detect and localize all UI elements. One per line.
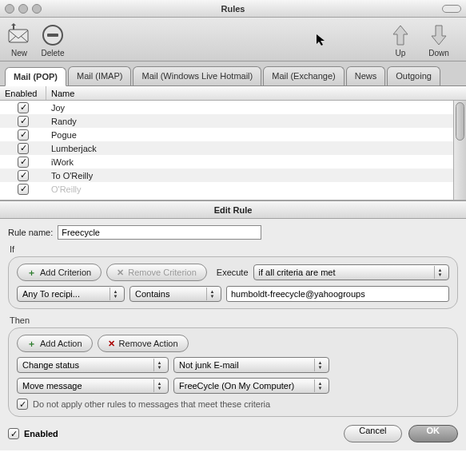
execute-label: Execute [217, 268, 249, 277]
svg-rect-3 [47, 34, 58, 37]
edit-rule-dialog: Edit Rule Rule name: If ＋ Add Criterion … [0, 200, 466, 450]
tab-mail-hotmail[interactable]: Mail (Windows Live Hotmail) [133, 66, 261, 85]
remove-criterion-label: Remove Criterion [128, 268, 197, 277]
titlebar: Rules [0, 0, 466, 18]
action-verb-select[interactable]: Move message▲▼ [17, 378, 169, 394]
cancel-button[interactable]: Cancel [344, 425, 401, 442]
account-tabs: Mail (POP) Mail (IMAP) Mail (Windows Liv… [0, 61, 466, 86]
rule-name-cell: Pogue [46, 130, 77, 140]
action-verb-value: Move message [22, 381, 82, 391]
criterion-field-select[interactable]: Any To recipi... ▲▼ [17, 286, 125, 302]
x-icon: ✕ [117, 268, 124, 278]
criterion-field-value: Any To recipi... [22, 289, 80, 299]
tab-mail-exchange[interactable]: Mail (Exchange) [263, 66, 344, 85]
then-group: ＋ Add Action ✕ Remove Action Change stat… [8, 327, 458, 417]
move-up-button[interactable]: Up [388, 22, 413, 58]
action-value-text: FreeCycle (On My Computer) [179, 381, 294, 391]
action-value-text: Not junk E-mail [179, 360, 239, 370]
zoom-window-button[interactable] [32, 4, 42, 14]
scrollbar[interactable] [453, 101, 466, 200]
action-value-select[interactable]: Not junk E-mail▲▼ [173, 357, 329, 373]
if-section-label: If [10, 244, 458, 254]
rule-name-cell: O'Reilly [46, 184, 82, 194]
add-action-label: Add Action [40, 339, 82, 348]
up-label: Up [396, 49, 406, 58]
col-enabled[interactable]: Enabled [0, 86, 46, 100]
x-icon: ✕ [108, 339, 115, 349]
rules-table-header: Enabled Name [0, 86, 466, 101]
chevron-updown-icon: ▲▼ [153, 359, 165, 371]
criterion-op-value: Contains [135, 289, 169, 299]
table-row[interactable]: ✓To O'Reilly [0, 169, 466, 182]
stop-rules-label: Do not apply other rules to messages tha… [33, 399, 270, 409]
down-label: Down [428, 49, 449, 58]
rule-name-cell: To O'Reilly [46, 171, 93, 180]
add-criterion-button[interactable]: ＋ Add Criterion [17, 264, 102, 281]
new-mail-icon [6, 22, 32, 48]
rule-enabled-checkbox[interactable]: ✓ [18, 129, 29, 141]
minimize-window-button[interactable] [18, 4, 28, 14]
move-down-button[interactable]: Down [426, 22, 452, 58]
table-row[interactable]: ✓O'Reilly [0, 182, 466, 196]
stop-rules-checkbox[interactable]: ✓ [17, 399, 28, 410]
window-title: Rules [0, 4, 466, 14]
tab-news[interactable]: News [346, 66, 386, 85]
arrow-down-icon [426, 22, 452, 48]
remove-criterion-button[interactable]: ✕ Remove Criterion [106, 264, 207, 281]
table-row[interactable]: ✓iWork [0, 155, 466, 169]
execute-value: if all criteria are met [259, 268, 336, 277]
action-verb-value: Change status [22, 360, 79, 370]
table-row[interactable]: ✓Randy [0, 114, 466, 128]
rule-name-cell: Lumberjack [46, 144, 97, 153]
rule-enabled-checkbox[interactable]: ✓ [18, 170, 29, 181]
rule-enabled-checkbox[interactable]: ✓ [18, 116, 29, 127]
rule-enabled-checkbox[interactable]: ✓ [18, 157, 29, 168]
toolbar-toggle-pill[interactable] [442, 5, 461, 13]
rule-name-cell: Joy [46, 103, 65, 113]
remove-action-label: Remove Action [119, 339, 178, 348]
rule-name-label: Rule name: [8, 228, 53, 237]
tab-outgoing[interactable]: Outgoing [387, 66, 440, 85]
action-verb-select[interactable]: Change status▲▼ [17, 357, 169, 373]
add-criterion-label: Add Criterion [40, 268, 91, 277]
new-rule-button[interactable]: New [6, 22, 32, 58]
criterion-value-text: humboldt-freecycle@yahoogroups [231, 289, 365, 299]
rule-enabled-checkbox[interactable]: ✓ [18, 102, 29, 113]
window-controls [5, 4, 42, 14]
table-row[interactable]: ✓Pogue [0, 128, 466, 141]
enabled-label: Enabled [24, 429, 58, 438]
dialog-title: Edit Rule [0, 201, 466, 219]
execute-select[interactable]: if all criteria are met ▲▼ [253, 264, 449, 280]
tab-mail-pop[interactable]: Mail (POP) [5, 67, 66, 86]
new-label: New [11, 49, 27, 58]
add-action-button[interactable]: ＋ Add Action [17, 335, 93, 352]
svg-rect-0 [9, 30, 28, 42]
enabled-checkbox[interactable]: ✓ [8, 428, 19, 439]
table-row[interactable]: ✓Joy [0, 101, 466, 114]
col-name[interactable]: Name [46, 89, 466, 98]
rule-name-input[interactable] [58, 225, 261, 240]
remove-action-button[interactable]: ✕ Remove Action [98, 335, 189, 352]
chevron-updown-icon: ▲▼ [434, 266, 445, 279]
chevron-updown-icon: ▲▼ [314, 379, 325, 392]
delete-rule-button[interactable]: Delete [40, 22, 66, 58]
criterion-op-select[interactable]: Contains ▲▼ [129, 286, 221, 302]
chevron-updown-icon: ▲▼ [110, 288, 121, 300]
arrow-up-icon [388, 22, 413, 48]
rule-name-cell: iWork [46, 157, 74, 167]
rule-enabled-checkbox[interactable]: ✓ [18, 143, 29, 154]
tab-mail-imap[interactable]: Mail (IMAP) [68, 66, 131, 85]
close-window-button[interactable] [5, 4, 14, 14]
chevron-updown-icon: ▲▼ [206, 288, 217, 300]
toolbar: New Delete Up [0, 18, 466, 61]
delete-label: Delete [42, 49, 65, 58]
then-section-label: Then [10, 315, 458, 325]
chevron-updown-icon: ▲▼ [153, 379, 165, 392]
rule-enabled-checkbox[interactable]: ✓ [18, 184, 29, 195]
table-row[interactable]: ✓Lumberjack [0, 141, 466, 155]
rules-window: Rules New [0, 0, 466, 200]
criterion-value-input[interactable]: humboldt-freecycle@yahoogroups [226, 286, 449, 302]
scrollbar-thumb[interactable] [456, 102, 464, 141]
ok-button[interactable]: OK [408, 425, 459, 442]
action-value-select[interactable]: FreeCycle (On My Computer)▲▼ [173, 378, 329, 394]
